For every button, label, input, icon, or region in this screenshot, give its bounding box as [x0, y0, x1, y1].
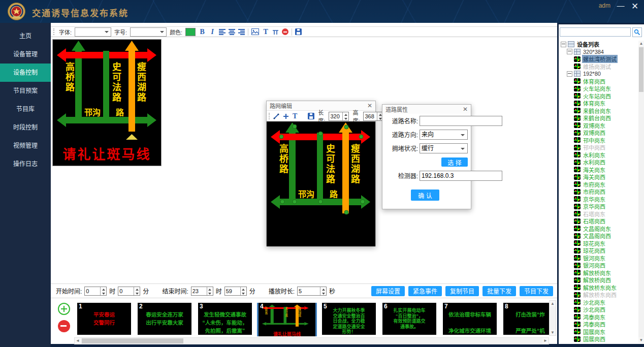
device-tree-item[interactable]: 琼花岗东 [559, 240, 638, 247]
sidebar-item-link[interactable]: 时段控制 [0, 118, 51, 137]
toolbar-grip[interactable] [53, 28, 56, 35]
action-button[interactable]: 复制节目 [445, 286, 479, 296]
dialog-titlebar[interactable]: 道路属性 ✕ [382, 105, 471, 114]
draw-line-icon[interactable] [273, 113, 279, 119]
scrollbar-thumb[interactable] [82, 338, 183, 343]
tree-expander-icon[interactable] [567, 71, 572, 77]
tree-expander-icon[interactable] [567, 49, 572, 54]
user-name[interactable]: adm [599, 2, 610, 9]
tree-scrollbar[interactable]: ▲▼ [638, 41, 644, 343]
device-tree-item[interactable]: 银河岗西 [559, 262, 638, 269]
bold-icon[interactable]: B [199, 28, 206, 36]
device-tree-item[interactable]: 海关岗西 [559, 173, 638, 181]
device-tree-item[interactable]: 京华岗西 [559, 203, 638, 210]
device-tree-item[interactable]: 文昌阁岗东 [559, 225, 638, 233]
device-tree-item[interactable]: 琼花岗西 [559, 247, 638, 255]
device-tree-item[interactable]: 沙北岗东 [559, 299, 638, 306]
device-tree-item[interactable]: 国展岗西 [559, 335, 638, 342]
device-tree-item[interactable]: 邗中岗西 [559, 144, 638, 151]
sidebar-item-link[interactable]: 操作日志 [0, 155, 51, 173]
device-tree-item[interactable]: 市府岗东 [559, 181, 638, 188]
device-tree-item[interactable]: 鸿泰岗东 [559, 313, 638, 321]
save-icon[interactable] [308, 113, 314, 119]
crossing-icon[interactable] [283, 113, 289, 119]
program-thumbnail[interactable]: 1平安春运交警同行 [77, 303, 131, 335]
program-thumbnail[interactable]: 7依法治理非标车辆 净化城市交通环境 [443, 303, 497, 335]
confirm-button[interactable]: 确 认 [411, 190, 439, 201]
device-tree-item[interactable]: 解放桥岗东 [559, 269, 638, 277]
sign-preview[interactable]: 高桥路 史可法路 瘦西湖路 邗沟 路 请礼让斑马线 [52, 39, 162, 166]
device-tree-item[interactable]: 水利岗东 [559, 151, 638, 159]
device-tree-item[interactable]: 解放桥岗西 [559, 276, 638, 284]
program-thumbnail[interactable]: 6扎实开展电动车“百日整治”，有效预防道路交通事故。 [382, 303, 436, 335]
device-tree-item[interactable]: 火车站岗东 [559, 85, 638, 92]
align-center-icon[interactable] [229, 29, 235, 35]
action-button[interactable]: 批量下发 [482, 286, 516, 296]
text-tool-icon[interactable]: T [262, 28, 269, 36]
save-icon[interactable] [295, 28, 302, 35]
search-button[interactable] [632, 27, 642, 37]
text-tool-icon[interactable]: T [293, 112, 297, 120]
device-tree-item[interactable]: 体育岗东 [559, 100, 638, 107]
device-tree-item[interactable]: 国展岗东 [559, 328, 638, 336]
prohibit-icon[interactable] [282, 28, 288, 35]
size-select[interactable] [130, 27, 167, 37]
vertical-scrollbar[interactable]: ▲▼ [549, 300, 556, 336]
align-left-icon[interactable] [219, 29, 226, 35]
action-button[interactable]: 屏幕设置 [371, 286, 405, 296]
device-tree-item[interactable]: 银河岗东 [559, 255, 638, 262]
close-icon[interactable]: ✕ [630, 1, 640, 12]
program-thumbnail[interactable]: 5大力开展秋冬季交通安全整治百日会战，全力稳定道路交通安全形势！ [322, 303, 376, 335]
height-value[interactable]: 368 [364, 112, 377, 120]
select-button[interactable]: 选 择 [441, 157, 468, 167]
device-tree-item[interactable]: 沙北岗西 [559, 306, 638, 313]
device-search-input[interactable] [560, 27, 631, 37]
device-tree-item[interactable]: 石塔岗西 [559, 217, 638, 225]
device-tree-item[interactable]: 来鹤台岗西 [559, 114, 638, 122]
device-tree-item[interactable]: 京华岗东 [559, 196, 638, 203]
tree-group-node[interactable]: 192*80 [559, 70, 638, 78]
action-button[interactable]: 紧急事件 [408, 286, 442, 296]
length-value[interactable]: 320 [329, 112, 342, 120]
device-tree-item[interactable]: 文昌阁岗西 [559, 232, 638, 240]
close-icon[interactable]: ✕ [463, 106, 468, 113]
end-hour-stepper[interactable]: 23 [191, 287, 213, 296]
device-tree-item[interactable]: 石塔岗东 [559, 210, 638, 218]
toolbar-grip[interactable] [269, 113, 270, 119]
height-stepper[interactable]: 368 [363, 112, 383, 121]
align-right-icon[interactable] [238, 29, 245, 35]
end-minute-stepper[interactable]: 59 [224, 287, 247, 296]
start-hour-stepper[interactable]: 0 [84, 287, 107, 296]
device-tree-item[interactable]: 螺丝湾桥测试 [559, 55, 638, 63]
device-tree-item[interactable]: 鸿泰岗西 [559, 321, 638, 328]
tree-expander-icon[interactable] [561, 42, 566, 47]
horizontal-scrollbar[interactable]: ◄► [74, 337, 549, 344]
sidebar-item-link[interactable]: 视频管理 [0, 137, 51, 155]
program-thumbnail[interactable]: 8打击改装“炸 严查严处“机 [503, 303, 550, 335]
device-tree-item[interactable]: 维扬岗测试 [559, 63, 638, 71]
tree-root-node[interactable]: 设备列表 [559, 41, 638, 48]
device-tree-item[interactable]: 水利岗西 [559, 159, 638, 166]
remove-program-button[interactable] [58, 320, 70, 332]
sidebar-item-link[interactable]: 节目库 [0, 100, 51, 118]
duration-stepper[interactable]: 5 [297, 287, 327, 296]
editor-canvas[interactable]: 高桥路 史可法路 瘦西湖路 邗沟 路 [267, 121, 375, 246]
sidebar-item-link[interactable]: 节目预案 [0, 82, 51, 100]
device-tree-item[interactable]: 解放桥东岗西 [559, 291, 638, 299]
color-swatch[interactable] [185, 28, 196, 36]
italic-icon[interactable]: I [209, 28, 216, 36]
device-tree-item[interactable]: 双博岗西 [559, 129, 638, 137]
program-thumbnail[interactable]: 4高桥路史可法路瘦西湖路请礼让斑马线 [257, 303, 317, 336]
road-direction-select[interactable]: 来向 [420, 130, 468, 140]
device-tree-item[interactable]: 火车站岗西 [559, 92, 638, 100]
scrollbar-thumb[interactable] [639, 47, 643, 92]
sidebar-item-active[interactable]: 设备控制 [0, 64, 51, 82]
road-edit-icon[interactable] [272, 29, 279, 35]
device-tree-item[interactable]: 体育岗西 [559, 78, 638, 85]
device-tree-item[interactable]: 来鹤台岗东 [559, 107, 638, 115]
program-thumbnail[interactable]: 3发生轻微交通事故“人未伤，车能动，先拍照，后撤离” [198, 303, 252, 335]
device-tree-item[interactable]: 市府岗西 [559, 188, 638, 196]
start-minute-stepper[interactable]: 0 [118, 287, 140, 296]
sidebar-item-link[interactable]: 主页 [0, 27, 51, 45]
road-name-input[interactable] [420, 116, 502, 126]
